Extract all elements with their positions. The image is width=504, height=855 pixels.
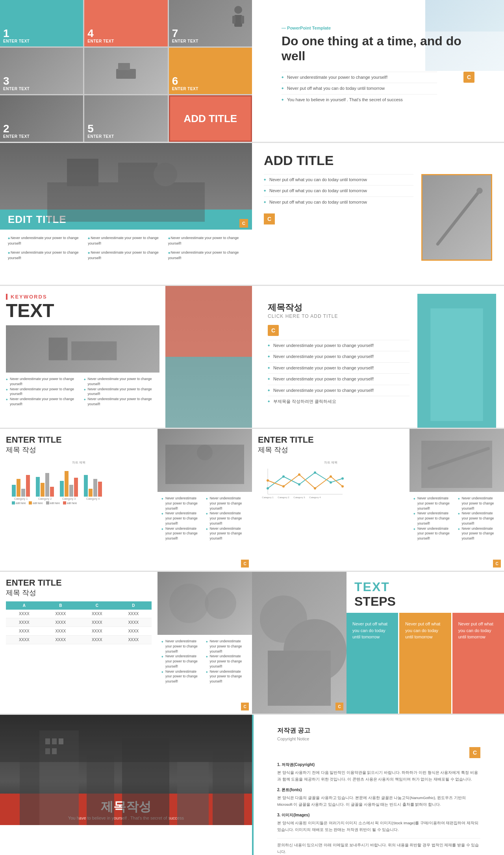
orange-logo-s3: C xyxy=(239,219,248,228)
r2c1: XXXX xyxy=(6,618,43,627)
slide-4: ADD TITLE Never put off what you can do … xyxy=(252,143,504,285)
keywords-text: TEXT xyxy=(6,300,159,321)
bar-3b xyxy=(65,471,69,497)
cell-8[interactable]: 5 ENTER TEXT xyxy=(84,95,167,142)
table-row-1: XXXX XXXX XXXX XXXX xyxy=(6,610,152,618)
slide-9-right: C Never underestimate your power to chan… xyxy=(158,572,252,714)
section-1-title: 1. 저작권(Copyright) xyxy=(277,762,480,768)
chart-title: 차트 제목 xyxy=(8,460,150,465)
copyright-section-3: 3. 이미지(Images) 본 양식에 사용된 이미지들은 여러가지 이미지 … xyxy=(277,812,480,833)
slide-4-bullets: Never put off what you can do today unti… xyxy=(264,174,413,261)
s9-b1: Never underestimate your power to change… xyxy=(161,639,204,654)
cell-5[interactable] xyxy=(84,48,167,94)
slide-11-photo: 제목작성 You have to believe in yourself . T… xyxy=(0,715,252,825)
table-row-3: XXXX XXXX XXXX XXXX xyxy=(6,627,152,636)
section-2-text: 본 양식은 다음의 글꼴을 사용하고 있습니다. 본문에 사용한 글꼴은 나눔고… xyxy=(277,794,480,808)
cell-6-text: ENTER TEXT xyxy=(172,87,249,91)
svg-text:Category 3: Category 3 xyxy=(293,496,305,499)
svg-rect-41 xyxy=(268,651,331,706)
s8-b3: Never underestimate your power to change… xyxy=(413,526,456,541)
s6-b3: Never underestimate your power to change… xyxy=(268,362,410,373)
slide-2-bullet-list: Never underestimate your power to change… xyxy=(282,72,437,105)
s8-photo xyxy=(410,429,504,492)
s6-b6: 부제목을 작성하려면 클릭하세요 xyxy=(268,396,410,407)
bullet-3: You have to believe in yourself . That's… xyxy=(282,94,437,105)
svg-rect-7 xyxy=(67,159,98,186)
cell-9-add-title[interactable]: ADD TITLE xyxy=(169,95,252,142)
s7-b6: Never underestimate your power to change… xyxy=(206,526,248,541)
coral-overlay xyxy=(165,286,252,357)
slide-7-right: C Never underestimate your power to chan… xyxy=(158,429,252,571)
section-3-title: 3. 이미지(Images) xyxy=(277,812,480,818)
svg-rect-44 xyxy=(87,754,114,825)
bar-3c xyxy=(69,485,73,497)
s5-b6: Never underestimate your power to change… xyxy=(84,397,160,407)
s9-b5: Never underestimate your power to change… xyxy=(206,654,248,669)
svg-line-10 xyxy=(438,191,480,244)
add-title-text: ADD TITLE xyxy=(183,113,237,125)
cell-2-text: ENTER TEXT xyxy=(87,39,164,43)
col-b: B xyxy=(43,601,79,610)
s5-b1: Never underestimate your power to change… xyxy=(6,376,82,387)
slide-9: ENTER TITLE 제목 작성 A B C D XXXX xyxy=(0,572,252,714)
line-chart-title: 차트 제목 xyxy=(260,460,402,465)
svg-rect-53 xyxy=(52,748,57,754)
step-1: Never put off what you can do today unti… xyxy=(346,613,398,714)
s7-logo: C xyxy=(241,560,249,568)
s8-b2: Never underestimate your power to change… xyxy=(413,511,456,526)
logo-c: C xyxy=(463,72,474,83)
legend-3 xyxy=(46,501,49,504)
svg-point-22 xyxy=(314,471,316,474)
bar-2d xyxy=(50,487,54,497)
cell-6-num: 6 xyxy=(172,76,249,87)
s10-logo: C xyxy=(335,703,343,710)
svg-point-11 xyxy=(476,188,482,194)
s8-b1: Never underestimate your power to change… xyxy=(413,496,456,511)
cell-6[interactable]: 6 ENTER TEXT xyxy=(169,48,252,94)
cell-1[interactable]: 1 ENTER TEXT xyxy=(0,0,83,46)
row-3: KEYWORDS TEXT Never underestimate your p… xyxy=(0,286,504,428)
legend-2 xyxy=(29,501,32,504)
svg-rect-5 xyxy=(118,63,130,70)
row-4: ENTER TITLE 제목 작성 차트 제목 Cat xyxy=(0,429,504,571)
s4-b1: Never put off what you can do today unti… xyxy=(264,174,413,185)
s7-title: ENTER TITLE xyxy=(6,435,152,445)
slide-4-title: ADD TITLE xyxy=(264,153,492,168)
svg-point-0 xyxy=(234,6,242,14)
cell-4[interactable]: 3 ENTER TEXT xyxy=(0,48,83,94)
step-2-text: Never put off what you can do today unti… xyxy=(405,621,445,640)
slide-5: KEYWORDS TEXT Never underestimate your p… xyxy=(0,286,252,428)
svg-point-23 xyxy=(330,481,332,484)
svg-rect-49 xyxy=(45,738,50,744)
cell-7[interactable]: 2 ENTER TEXT xyxy=(0,95,83,142)
r2c2: XXXX xyxy=(43,618,79,627)
copyright-section-1: 1. 저작권(Copyright) 본 양식을 사용하기 전에 다음 일반적인 … xyxy=(277,762,480,783)
svg-rect-13 xyxy=(71,341,117,360)
svg-point-21 xyxy=(298,483,300,486)
slide-2-tagline: — PowerPoint Template xyxy=(282,26,474,30)
cell-2[interactable]: 4 ENTER TEXT xyxy=(84,0,167,46)
svg-point-9 xyxy=(154,163,177,186)
slide-8-right: C Never underestimate your power to chan… xyxy=(410,429,504,571)
slide-8-left: ENTER TITLE 제목 작성 차트 제목 xyxy=(252,429,410,571)
r1c2: XXXX xyxy=(43,610,79,618)
legend-1 xyxy=(12,501,15,504)
slide-4-content: Never put off what you can do today unti… xyxy=(264,174,492,261)
slide-3: EDIT TITLE C Never underestimate your po… xyxy=(0,143,252,285)
slide-3-bullets: Never underestimate your power to change… xyxy=(0,230,252,267)
svg-rect-35 xyxy=(421,441,492,488)
cell-3[interactable]: 7 ENTER TEXT xyxy=(169,0,252,46)
svg-point-30 xyxy=(341,485,344,488)
s5-photo xyxy=(6,325,159,373)
s6-b2: Never underestimate your power to change… xyxy=(268,351,410,362)
slide-6-left: 제목작성 CLICK HERE TO ADD TITLE C Never und… xyxy=(260,294,417,428)
line-chart: 차트 제목 xyxy=(258,458,404,504)
s7-korean: 제목 작성 xyxy=(6,445,152,454)
copyright-section-2: 2. 폰트(fonts) 본 양식은 다음의 글꼴을 사용하고 있습니다. 본문… xyxy=(277,787,480,808)
r3c3: XXXX xyxy=(79,627,115,636)
r4c1: XXXX xyxy=(6,636,43,644)
section-1-text: 본 양식을 사용하기 전에 다음 일반적인 이용약관을 읽으시기 바랍니다. 하… xyxy=(277,769,480,783)
slide-2: — PowerPoint Template Do one thing at a … xyxy=(252,0,504,142)
svg-point-27 xyxy=(298,473,300,476)
s3-b3: Never underestimate your power to change… xyxy=(168,236,244,246)
